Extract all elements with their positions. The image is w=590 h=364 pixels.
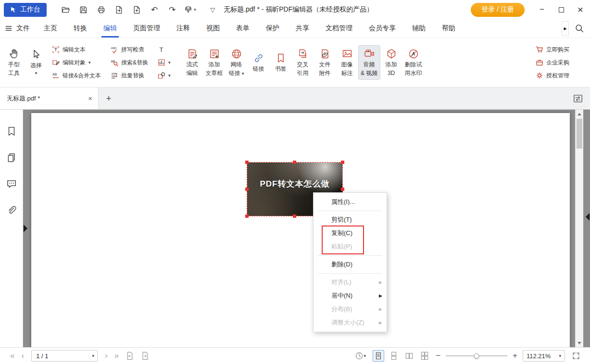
export-pdf-button[interactable] (112, 3, 126, 16)
menu-item-properties[interactable]: 属性(I)... (314, 195, 387, 209)
link-button[interactable]: 链接 (248, 50, 270, 75)
scroll-up-button[interactable] (576, 110, 583, 118)
first-page-button[interactable]: « (7, 351, 18, 361)
toggle-panel-button[interactable] (573, 88, 583, 110)
menu-item-cut[interactable]: 剪切(T) (314, 213, 387, 226)
format-painter-button[interactable]: ▾ (183, 3, 197, 16)
add-article-box-button[interactable]: 添加 文章框 (203, 45, 226, 80)
tab-convert[interactable]: 转换 (65, 19, 95, 38)
zoom-out-button[interactable]: − (434, 351, 442, 361)
auto-scroll-button[interactable]: ▾ (351, 351, 369, 361)
spell-check-button[interactable]: ABC 拼写检查 (109, 44, 150, 55)
zoom-in-button[interactable]: + (511, 351, 519, 361)
search-button[interactable] (575, 24, 584, 33)
tab-page-management[interactable]: 页面管理 (125, 19, 168, 38)
resize-handle-bottom-middle[interactable] (293, 214, 296, 218)
tab-form[interactable]: 表单 (228, 19, 258, 38)
page-number-select[interactable]: 1 / 1 ▾ (31, 350, 98, 362)
tab-member-exclusive[interactable]: 会员专享 (361, 19, 404, 38)
file-menu[interactable]: 文件 (5, 24, 30, 33)
previous-page-button[interactable]: ‹ (18, 351, 27, 361)
more-tabs-button[interactable]: ▶ (562, 21, 569, 36)
create-pdf-button[interactable] (129, 3, 144, 16)
remove-trial-watermark-button[interactable]: 删除试 用水印 (402, 45, 425, 80)
print-button[interactable] (94, 3, 108, 16)
select-tool-button[interactable]: 选择 ▾ (25, 46, 47, 79)
buy-now-button[interactable]: 立即购买 (534, 44, 571, 55)
workspace-button[interactable]: 工作台 (4, 3, 47, 17)
login-register-button[interactable]: 登录 / 注册 (471, 3, 525, 17)
edit-text-button[interactable]: 编辑文本 (50, 44, 102, 55)
enterprise-purchase-button[interactable]: 企业采购 (534, 57, 571, 68)
tab-protect[interactable]: 保护 (258, 19, 288, 38)
tab-accessibility[interactable]: 辅助 (404, 19, 434, 38)
tab-help[interactable]: 帮助 (434, 19, 464, 38)
next-page-button[interactable]: › (101, 351, 111, 361)
new-tab-button[interactable]: + (99, 88, 119, 109)
document-tab[interactable]: 无标题.pdf * × (0, 88, 99, 109)
right-panel-expand-handle[interactable] (586, 213, 590, 221)
pdf-page[interactable]: PDF转文本怎么做 (31, 113, 570, 347)
link-merge-text-button[interactable]: AB 链接&合并文本 (50, 70, 102, 81)
image-annotation-button[interactable]: 图像 标注 (336, 45, 358, 80)
menu-item-copy[interactable]: 复制(C) (314, 226, 387, 240)
add-3d-button[interactable]: 添加 3D (380, 45, 402, 80)
open-file-button[interactable] (58, 3, 73, 16)
resize-handle-bottom-left[interactable] (245, 214, 249, 218)
zoom-level-select[interactable]: 112.21% ▾ (523, 350, 565, 362)
facing-continuous-view-button[interactable] (419, 350, 430, 362)
last-page-button[interactable]: » (111, 351, 122, 361)
resize-handle-middle-right[interactable] (341, 188, 344, 191)
fullscreen-button[interactable] (569, 351, 583, 360)
undo-button[interactable]: ↶ (147, 3, 162, 16)
tab-edit[interactable]: 编辑 (95, 19, 125, 38)
facing-view-button[interactable] (403, 350, 415, 362)
file-attachment-button[interactable]: 文件 附件 (314, 45, 336, 80)
scrollbar-thumb[interactable] (577, 119, 582, 149)
redo-button[interactable]: ↷ (165, 3, 179, 16)
audio-video-button[interactable]: 音频 & 视频 (358, 45, 380, 80)
comments-panel-icon[interactable] (6, 179, 17, 189)
license-management-button[interactable]: 授权管理 (534, 70, 571, 81)
web-links-button[interactable]: 网络 链接 ▾ (226, 45, 248, 80)
resize-handle-middle-left[interactable] (245, 188, 249, 191)
add-text-button[interactable]: T (156, 44, 172, 55)
batch-replace-button[interactable]: 批量替换 (109, 70, 150, 81)
document-canvas[interactable]: PDF转文本怎么做 属性(I)... 剪切(T) 复制(C) 粘贴(P) 删除(… (23, 110, 590, 347)
collapse-ribbon-button[interactable]: ▽ (210, 6, 215, 13)
flow-edit-button[interactable]: 流式 编辑 (181, 45, 203, 80)
tab-home[interactable]: 主页 (36, 19, 65, 38)
previous-view-button[interactable] (122, 351, 138, 361)
add-chart-button[interactable]: ▾ (156, 57, 172, 68)
single-page-view-button[interactable] (373, 350, 384, 362)
menu-item-delete[interactable]: 删除(D) (314, 258, 387, 271)
zoom-slider[interactable] (446, 351, 507, 361)
maximize-button[interactable] (552, 0, 571, 19)
tab-share[interactable]: 共享 (288, 19, 317, 38)
vertical-scrollbar[interactable] (575, 110, 583, 347)
tab-comment[interactable]: 注释 (168, 19, 198, 38)
cross-reference-button[interactable]: 交叉 引用 (292, 45, 314, 80)
attachments-panel-icon[interactable] (6, 205, 17, 216)
hand-tool-button[interactable]: 手型 工具 (3, 45, 25, 80)
left-panel-expand-handle[interactable] (24, 225, 27, 232)
close-window-button[interactable]: × (571, 0, 590, 19)
minimize-button[interactable]: − (532, 0, 552, 19)
resize-handle-top-middle[interactable] (293, 161, 296, 164)
save-button[interactable] (76, 3, 90, 16)
next-view-button[interactable] (138, 351, 153, 361)
resize-handle-top-right[interactable] (341, 161, 344, 164)
scroll-down-button[interactable] (576, 339, 583, 347)
search-replace-button[interactable]: AB 搜索&替换 (109, 57, 150, 68)
bookmark-button[interactable]: 书签 (270, 50, 292, 75)
resize-handle-top-left[interactable] (245, 161, 249, 164)
bookmarks-panel-icon[interactable] (6, 126, 17, 137)
continuous-view-button[interactable] (388, 350, 400, 362)
tab-document-management[interactable]: 文档管理 (317, 19, 361, 38)
add-shape-button[interactable]: ▾ (156, 70, 172, 81)
menu-item-center[interactable]: 居中(N)▶ (314, 289, 387, 302)
tab-view[interactable]: 视图 (198, 19, 228, 38)
edit-object-button[interactable]: 编辑对象 ▾ (50, 57, 102, 68)
close-tab-icon[interactable]: × (88, 94, 92, 102)
pages-panel-icon[interactable] (6, 152, 17, 163)
